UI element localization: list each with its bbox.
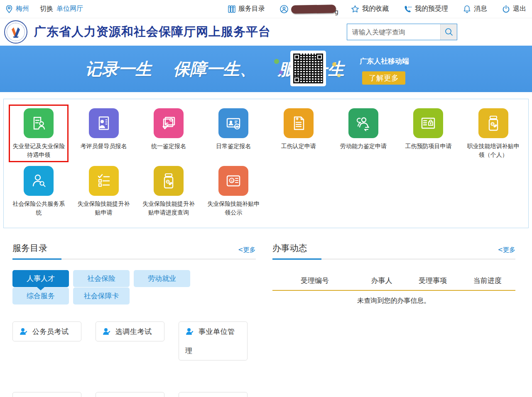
messages-link[interactable]: 消息 — [463, 5, 487, 13]
mobile-app-title: 广东人社移动端 — [360, 56, 408, 66]
agency-logo — [4, 20, 27, 44]
person-check-icon — [185, 327, 194, 336]
service-catalog-section: 服务目录 <更多 人事人才 社会保险 劳动就业 综合服务 社会保障卡 公务员考试… — [12, 242, 256, 397]
user-account[interactable]: g — [280, 5, 336, 13]
quick-service-daily-appraisal[interactable]: 日常鉴定报名 — [201, 108, 266, 159]
search-input[interactable] — [347, 24, 440, 40]
column-acceptance-item: 受理事项 — [406, 276, 460, 285]
quick-service-unified-appraisal[interactable]: 统一鉴定报名 — [136, 108, 201, 159]
catalog-item-three-supports-one-assistance[interactable]: 三支一扶 — [96, 392, 164, 397]
catalog-item-civil-servant-exam[interactable]: 公务员考试 — [12, 321, 81, 341]
catalog-item-cards: 公务员考试 选调生考试 事业单位管理 流动人员档案 三支一扶 事业单位招聘 — [12, 321, 256, 397]
search-icon — [444, 27, 454, 37]
location-label[interactable]: 梅州 — [16, 5, 29, 13]
phone-icon — [404, 5, 412, 13]
work-status-table-header: 受理编号 办事人 受理事项 当前进度 — [272, 271, 516, 290]
person-check-icon — [102, 327, 110, 336]
person-check-icon — [19, 327, 27, 336]
banner-decoration — [332, 62, 336, 66]
page-title: 广东省人力资源和社会保障厅网上服务平台 — [34, 24, 271, 40]
banner-decoration — [274, 59, 279, 64]
learn-more-button[interactable]: 了解更多 — [362, 71, 405, 85]
hero-banner: 记录一生 保障一生、 服务一生 广东人社移动端 了解更多 — [0, 46, 532, 92]
quick-service-skill-subsidy-publicity[interactable]: SI 失业保险技能补贴申领公示 — [201, 166, 266, 217]
column-handler: 办事人 — [357, 276, 406, 285]
bell-icon — [463, 5, 471, 13]
quick-services-row-2: 社会保险公共服务系统 失业保险技能提升补贴申请 失业保险技能提升补贴申请进度查询… — [6, 166, 526, 217]
quick-service-examiner-registration[interactable]: 考评员督导员报名 — [71, 108, 136, 159]
directory-icon — [228, 5, 235, 13]
work-status-section: 办事动态 <更多 受理编号 办事人 受理事项 当前进度 未查询到您的办事信息。 — [272, 242, 516, 397]
power-icon — [502, 5, 510, 13]
quick-service-labor-capacity-appraisal[interactable]: 劳动能力鉴定申请 — [331, 108, 396, 159]
search-box — [347, 24, 457, 40]
catalog-item-public-institution-management[interactable]: 事业单位管理 — [179, 321, 248, 360]
search-button[interactable] — [440, 24, 457, 40]
pill-bottle-icon — [160, 172, 177, 190]
service-directory-link[interactable]: 服务目录 — [228, 5, 265, 13]
switch-link[interactable]: 切换 — [40, 5, 53, 13]
doc-plus-icon — [290, 114, 307, 132]
column-current-progress: 当前进度 — [459, 276, 515, 285]
quick-service-vocational-training-subsidy[interactable]: 职业技能培训补贴申领（个人） — [461, 108, 526, 159]
logout-link[interactable]: 退出 — [502, 5, 526, 13]
catalog-item-selected-graduates-exam[interactable]: 选调生考试 — [96, 321, 164, 341]
top-bar: 梅州 切换 单位网厅 服务目录 g 我的收藏 — [0, 0, 532, 18]
people-arrows-icon — [355, 114, 372, 132]
tab-labor-employment[interactable]: 劳动就业 — [134, 270, 190, 287]
quick-service-skill-upgrade-subsidy-progress[interactable]: 失业保险技能提升补贴申请进度查询 — [136, 166, 201, 217]
star-icon — [351, 5, 359, 13]
checklist-icon — [95, 172, 113, 190]
logout-label: 退出 — [513, 5, 526, 13]
preacceptance-link[interactable]: 我的预受理 — [404, 5, 448, 13]
service-catalog-more-link[interactable]: <更多 — [238, 246, 256, 254]
card-si-icon: SI — [225, 172, 242, 190]
pill-bottle-icon — [485, 114, 502, 132]
column-acceptance-number: 受理编号 — [272, 276, 358, 285]
unit-hall-link[interactable]: 单位网厅 — [56, 5, 83, 13]
location-pin-icon — [6, 5, 12, 13]
id-card-icon — [225, 114, 242, 132]
banner-decoration — [279, 71, 283, 74]
preacceptance-label: 我的预受理 — [415, 5, 448, 13]
favorites-link[interactable]: 我的收藏 — [351, 5, 389, 13]
redacted-username: g — [291, 5, 336, 13]
tab-social-security-card[interactable]: 社会保障卡 — [73, 287, 130, 304]
photo-check-icon — [160, 114, 177, 132]
favorites-label: 我的收藏 — [362, 5, 389, 13]
messages-label: 消息 — [474, 5, 487, 13]
catalog-tabs: 人事人才 社会保险 劳动就业 综合服务 社会保障卡 — [12, 270, 208, 305]
site-header: 广东省人力资源和社会保障厅网上服务平台 — [0, 18, 532, 46]
redaction-blob — [291, 5, 336, 14]
doc-person-icon — [30, 114, 47, 132]
empty-state-message: 未查询到您的办事信息。 — [272, 291, 516, 305]
work-status-more-link[interactable]: <更多 — [498, 246, 515, 254]
service-directory-label: 服务目录 — [238, 5, 265, 13]
catalog-item-public-institution-recruitment[interactable]: 事业单位招聘 — [179, 392, 248, 397]
quick-service-work-injury-recognition[interactable]: 工伤认定申请 — [266, 108, 331, 159]
list-cart-icon — [419, 114, 437, 132]
tab-social-insurance[interactable]: 社会保险 — [73, 270, 130, 287]
qr-code — [290, 51, 326, 86]
quick-service-unemployment-registration[interactable]: 失业登记及失业保险待遇申领 — [6, 108, 71, 159]
catalog-item-mobile-personnel-archives[interactable]: 流动人员档案 — [12, 392, 81, 397]
user-icon — [280, 5, 288, 13]
quick-services-panel: 失业登记及失业保险待遇申领 考评员督导员报名 统一鉴定报名 日常鉴定报名 工伤认… — [3, 99, 529, 228]
quick-service-injury-prevention-project[interactable]: 工伤预防项目申请 — [396, 108, 461, 159]
service-catalog-title: 服务目录 — [12, 242, 47, 254]
quick-service-social-insurance-public-service[interactable]: 社会保险公共服务系统 — [6, 166, 71, 217]
quick-services-row-1: 失业登记及失业保险待遇申领 考评员督导员报名 统一鉴定报名 日常鉴定报名 工伤认… — [6, 108, 526, 159]
banner-decoration — [337, 74, 341, 77]
person-doc-icon — [95, 114, 113, 132]
work-status-title: 办事动态 — [272, 242, 307, 254]
tab-personnel-talent[interactable]: 人事人才 — [12, 270, 69, 287]
person-search-icon — [30, 172, 47, 190]
quick-service-skill-upgrade-subsidy-apply[interactable]: 失业保险技能提升补贴申请 — [71, 166, 136, 217]
